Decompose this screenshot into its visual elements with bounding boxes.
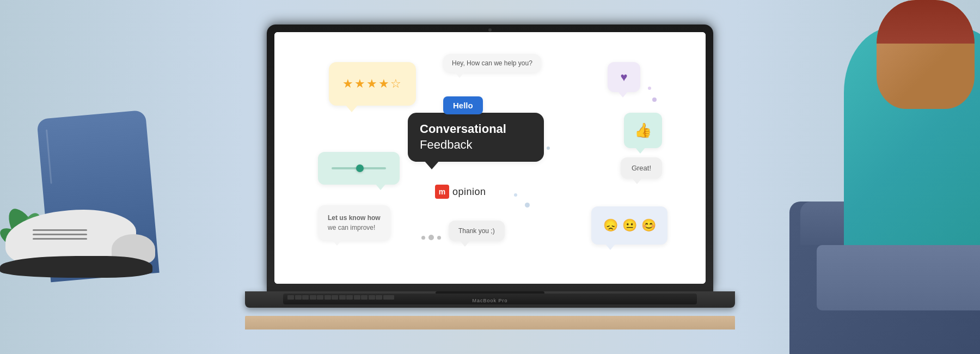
laptop-base: MacBook Pro	[245, 291, 735, 308]
shoe-area	[0, 120, 207, 310]
slider-bubble	[318, 152, 400, 185]
dot3	[437, 236, 441, 240]
macbook-label: MacBook Pro	[472, 298, 507, 303]
hair	[877, 0, 975, 44]
happy-emoji: 😊	[641, 218, 656, 233]
star-rating: ★★★★☆	[342, 77, 402, 91]
laptop-screen-outer: ★★★★☆ Hey, How can we help you? ♥ Hello	[267, 25, 713, 291]
laptop-camera	[488, 28, 492, 32]
slider-track	[332, 167, 386, 169]
mopinion-icon: m	[435, 185, 449, 199]
hey-bubble: Hey, How can we help you?	[443, 54, 541, 72]
letusknow-line1: Let us know how	[328, 214, 381, 222]
desk-surface	[245, 316, 735, 329]
shoe	[0, 256, 152, 278]
hello-text: Hello	[453, 101, 473, 110]
mopinion-logo: m opinion	[435, 185, 486, 199]
laptop-screen: ★★★★☆ Hey, How can we help you? ♥ Hello	[274, 32, 706, 284]
thankyou-text: Thank you ;)	[458, 227, 495, 235]
stars-bubble: ★★★★☆	[329, 62, 416, 106]
emoji-bubble: 😞 😐 😊	[591, 206, 667, 245]
dots-decoration	[421, 235, 441, 240]
thumbs-bubble: 👍	[624, 113, 662, 148]
great-bubble: Great!	[621, 157, 662, 179]
heart-bubble: ♥	[608, 62, 640, 92]
main-bubble: Conversational Feedback	[408, 113, 544, 162]
great-text: Great!	[632, 164, 651, 172]
main-subtext: Feedback	[420, 138, 473, 151]
screen-content: ★★★★☆ Hey, How can we help you? ♥ Hello	[274, 32, 706, 284]
scene: ★★★★☆ Hey, How can we help you? ♥ Hello	[0, 0, 980, 354]
right-area	[773, 0, 980, 354]
hello-bubble: Hello	[443, 96, 483, 114]
letusknow-line2: we can improve!	[328, 224, 375, 231]
main-heading: Conversational	[420, 123, 532, 136]
dot2	[428, 235, 434, 240]
laptop: ★★★★☆ Hey, How can we help you? ♥ Hello	[245, 25, 735, 329]
slider-handle	[356, 164, 364, 172]
person	[784, 0, 980, 354]
sad-emoji: 😞	[603, 218, 618, 233]
hey-text: Hey, How can we help you?	[452, 59, 532, 67]
heart-icon: ♥	[620, 70, 627, 84]
thankyou-bubble: Thank you ;)	[449, 221, 505, 241]
neutral-emoji: 😐	[622, 218, 637, 233]
thumbs-up-icon: 👍	[634, 122, 652, 139]
mopinion-brand-text: opinion	[452, 186, 486, 198]
head	[877, 0, 975, 109]
left-area	[0, 0, 229, 354]
letusknow-bubble: Let us know how we can improve!	[318, 205, 390, 240]
dot1	[421, 236, 425, 240]
